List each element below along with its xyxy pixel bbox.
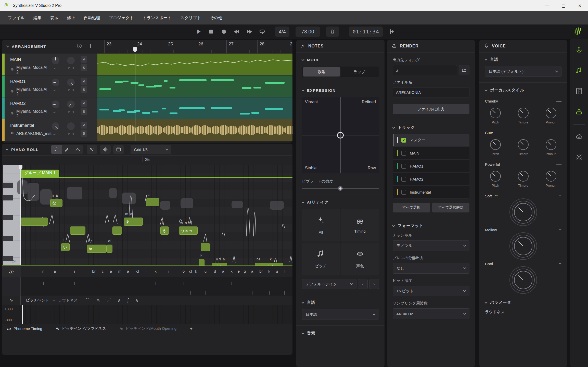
volume-knob[interactable] [52,57,59,64]
timbre-knob[interactable] [518,171,529,182]
piano-note-6[interactable]: ' [107,245,112,253]
arrangement-ruler[interactable]: 23242526272829 [97,40,292,53]
mute-button[interactable]: M [81,78,87,85]
next-take-button[interactable]: › [369,279,379,289]
note-group-label[interactable]: グループ MAIN 1 [21,170,59,177]
param-name[interactable]: ピッチベンド [26,298,49,303]
arc-tool[interactable]: ⌒ [85,297,90,303]
solo-button[interactable]: S [81,130,87,137]
param-name-2[interactable]: ラウドネス [58,298,78,303]
rewind-button[interactable] [233,28,240,35]
filename-input[interactable]: AREKAKONIA [393,87,469,97]
piano-note-7[interactable] [112,226,122,235]
tempo-gauge-icon[interactable] [76,43,82,50]
close-button[interactable]: ✕ [572,0,588,11]
minimize-button[interactable]: — [539,0,555,11]
output-folder-input[interactable]: ./ [393,65,457,75]
phoneme-item[interactable]: br [259,269,263,273]
add-track-icon[interactable] [88,43,93,50]
pan-knob[interactable] [67,57,75,64]
panel-tab-1[interactable]: æPhoneme Timing [7,326,49,331]
play-button[interactable] [195,28,202,35]
format-select-2[interactable]: なし [393,263,469,274]
track-checkbox[interactable] [401,164,406,169]
menu-item-4[interactable]: 修正 [63,13,80,23]
expand-style-icon[interactable]: + [558,227,561,233]
ai-retake-lips[interactable]: 声色 [341,243,379,275]
pronun-knob[interactable] [546,171,556,182]
loudness-tool[interactable] [100,145,111,154]
maximize-button[interactable]: ▢ [555,0,572,11]
menu-item-1[interactable]: ファイル [4,13,29,23]
collapse-chevron-icon[interactable] [6,44,9,47]
panel-tab-3[interactable]: ∿ピッチベンド/Mouth Opening [120,326,183,331]
render-track-HAMO2[interactable]: HAMO2 [393,173,469,186]
tri-tool[interactable]: ∧ [135,298,138,303]
piano-note-9[interactable] [146,198,159,206]
format-select-1[interactable]: モノラル [393,240,469,251]
expand-style-icon[interactable]: + [558,193,561,199]
solo-button[interactable]: S [81,86,87,93]
music-note-icon[interactable] [575,67,583,75]
record-button[interactable] [221,28,227,35]
phoneme-item[interactable]: a [54,269,56,273]
phoneme-item[interactable]: g [244,269,246,273]
ai-retake-sparkle[interactable]: All [302,209,340,242]
collapse-style-icon[interactable]: — [556,161,561,167]
microphone-icon[interactable] [575,46,583,55]
vibrato-slider[interactable] [302,188,379,189]
timbre-knob[interactable] [518,139,529,150]
phoneme-item[interactable]: n [42,269,44,273]
phoneme-item[interactable]: a [222,269,224,273]
render-track-Instrumental[interactable]: Instrumental [393,186,469,199]
soft-knob[interactable] [514,203,532,221]
format-select-3[interactable]: 16 ビット [393,286,469,296]
export-icon[interactable] [575,108,583,116]
clip-region-hamo2[interactable] [97,97,292,119]
phoneme-item[interactable]: i [74,269,75,273]
pan-knob[interactable] [67,79,75,86]
piano-note-2[interactable]: な [50,199,62,207]
clip-region-main[interactable] [97,54,292,75]
mute-button[interactable]: M [81,56,87,63]
forward-button[interactable] [246,28,253,35]
render-track-MAIN[interactable]: MAIN [393,147,469,160]
cloud-icon[interactable] [575,133,583,142]
phoneme-item[interactable]: br [92,269,95,273]
parameter-graph[interactable]: +300 ' -300 ' [2,305,292,324]
pencil-tool[interactable] [62,145,72,154]
track-row-hamo2[interactable]: HAMO2Miyamai Moca AI 2MS [2,97,292,119]
piano-note-8[interactable]: ま [124,218,143,226]
phoneme-item[interactable]: a [127,269,129,273]
menu-item-3[interactable]: 表示 [46,13,63,23]
loop-button[interactable] [259,28,265,35]
piano-keys[interactable]: C4 [3,165,21,265]
phoneme-timing-lanes[interactable] [2,277,292,296]
pencil-tool[interactable]: ✎ [96,298,100,303]
piano-roll-ruler[interactable]: 25 [2,156,292,165]
menu-item-9[interactable]: その他 [206,13,227,23]
phoneme-item[interactable]: cl [189,269,192,273]
prev-take-button[interactable]: ‹ [358,279,368,289]
phoneme-item[interactable]: i [168,269,169,273]
phoneme-item[interactable]: o [183,269,185,273]
phoneme-item[interactable]: m [118,269,122,273]
panel-tab-2[interactable]: ∿ピッチベンド/ラウドネス [56,326,113,331]
track-row-instrumental[interactable]: InstrumentalAREKAKONIA_instMS [2,119,292,141]
panel-tab-4[interactable]: + [190,326,199,331]
render-track-マスター[interactable]: ✓マスター [393,134,469,147]
peak-tool[interactable]: ∧ [118,298,121,303]
grid-size-select[interactable]: Grid 1/8 [131,145,171,154]
param-swap-icon[interactable]: ⇔ [52,298,56,302]
stop-button[interactable] [208,28,214,35]
phoneme-item[interactable]: a [110,269,112,273]
menu-item-6[interactable]: プロジェクト [105,13,138,23]
dictionary-icon[interactable] [575,87,583,96]
phoneme-item[interactable]: a [251,269,253,273]
pitch-knob[interactable] [490,108,501,118]
collapse-style-icon[interactable]: — [556,98,561,104]
collapse-chevron-icon[interactable] [6,147,8,150]
expression-handle[interactable] [337,132,344,138]
phoneme-item[interactable]: k [195,269,197,273]
piano-note-1[interactable] [21,218,48,226]
